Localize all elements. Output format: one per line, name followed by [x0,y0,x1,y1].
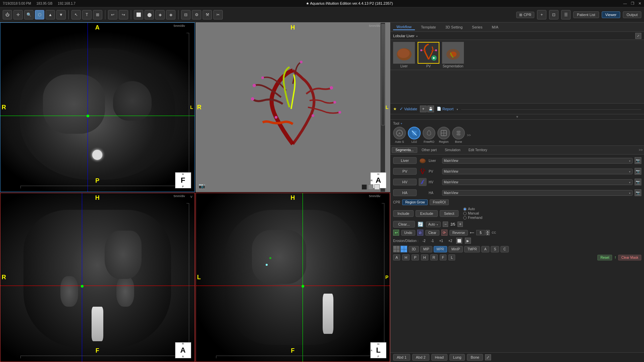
organ-cam-pv[interactable]: 📷 [635,168,641,175]
organ-dropdown-ha[interactable]: MainView [442,190,633,196]
organ-dropdown-liver[interactable]: MainView [442,158,633,164]
validate-btn[interactable]: ✓ Validate [399,106,417,111]
output-btn[interactable]: Output [623,11,641,18]
orient-l-btn[interactable]: L [448,254,455,260]
cpr-control[interactable]: ⊞ CPR [516,12,534,18]
star-icon[interactable]: ★ [393,107,397,111]
organ-cam-ha[interactable]: 📷 [635,189,641,196]
minimize-button[interactable]: — [623,1,627,6]
view-tmpr-btn[interactable]: TMPR [464,246,480,252]
tool-region[interactable]: Region [437,127,450,143]
auto-dropdown[interactable]: Auto [426,222,441,227]
add-btn[interactable]: + [420,106,427,112]
clear-btn[interactable]: Clear... [393,221,415,228]
refresh-btn[interactable]: 🔄 [418,222,423,227]
seg-tab-simulation[interactable]: Simulation [441,147,464,153]
orient-a-btn[interactable]: A [393,254,400,260]
save-btn[interactable]: 💾 [427,106,434,112]
thumb-pv[interactable]: PV [418,42,439,68]
erosion-val-m1[interactable]: -1 [430,239,435,243]
tab-3dsetting[interactable]: 3D Setting [442,24,466,30]
tb-zoom-btn[interactable]: 🔍 [24,10,34,19]
tb-angle-btn[interactable]: ◈ [155,10,165,19]
preset-lung-btn[interactable]: Lung [449,354,465,361]
view-minip-btn[interactable]: MinIP [448,246,463,252]
tool-ld2[interactable]: LD2 [408,127,421,143]
orient-p-btn[interactable]: P [412,254,419,260]
num-minus-btn[interactable]: − [443,222,448,227]
camera-icon-3d[interactable]: 📷 [199,183,205,189]
erosion-val-m2[interactable]: -2 [421,239,427,243]
patient-list-btn[interactable]: Patient List [573,11,599,18]
tb-select-btn[interactable]: ⬡ [35,10,44,19]
organ-cam-hv[interactable]: 📷 [635,179,641,185]
tool-auto-s[interactable]: A Auto S [393,127,406,143]
erosion-icon-btn[interactable]: ⬜ [456,238,462,244]
tb-window-btn[interactable]: ⊟ [181,10,191,19]
undo-arrow-btn[interactable]: ↩ [393,230,399,236]
view-3d-btn[interactable]: 3D [409,246,419,252]
view-a-btn[interactable]: A [481,246,490,252]
viewport-axial[interactable]: A R L P 5mm/div F A P [0,22,195,192]
organ-dropdown-hv[interactable]: MainView [442,179,633,185]
viewer-btn[interactable]: Viewer [602,11,620,18]
tool-bone[interactable]: Bone [452,127,465,143]
exclude-btn[interactable]: Exclude [416,210,437,217]
viewport-coronal[interactable]: H R F 5mm/div A R A V [0,193,195,362]
preset-abd2-btn[interactable]: Abd 2 [412,354,429,361]
reset-arrow-icon[interactable]: ↑ [614,255,616,260]
layout-4-btn[interactable] [393,246,400,252]
region-grow-tab[interactable]: Region Grow [402,199,428,205]
tb-tool3-btn[interactable]: ✂ [213,10,223,19]
layout-active-btn[interactable] [400,246,407,252]
organ-btn-ha[interactable]: HA [393,189,417,196]
tb-layout-btn[interactable]: ⊞ [93,10,102,19]
organ-dropdown-pv[interactable]: MainView [442,169,633,174]
panel-expand-btn[interactable]: ⤢ [635,33,641,39]
view-c-btn[interactable]: C [500,246,509,252]
view-s-btn[interactable]: S [491,246,499,252]
tb-power-btn[interactable]: ⏻ [3,10,12,19]
radio-auto[interactable]: Auto [463,207,482,211]
undo-num-down[interactable]: ▼ [486,233,490,235]
clear-circle-btn[interactable]: ⊘ [417,230,423,236]
tool-add-icon[interactable]: + [400,122,402,125]
tool-more-btn[interactable]: >> [467,133,471,137]
view-mip-btn[interactable]: MIP [420,246,432,252]
close-button[interactable]: ✕ [638,1,641,6]
clear-mask-btn[interactable]: Clear Mask [618,255,641,260]
radio-manual[interactable]: Manual [463,212,482,215]
thumb-seg[interactable]: Segmentation [442,42,464,68]
select-btn[interactable]: Select [440,210,459,217]
seg-tab-segmenta[interactable]: Segmenta... [392,147,417,153]
radio-freehand[interactable]: Freehand [463,216,482,220]
undo-btn[interactable]: Undo [401,230,415,236]
orient-h-btn[interactable]: H [402,254,410,260]
orient-h2-btn[interactable]: H [421,254,428,260]
tb-menu-btn[interactable]: ☰ [561,10,571,19]
tb-text-btn[interactable]: T [82,10,92,19]
preset-abd1-btn[interactable]: Abd 1 [393,354,410,361]
organ-btn-pv[interactable]: PV [393,168,417,175]
preset-expand-btn[interactable]: ⤢ [485,354,491,360]
tab-series[interactable]: Series [469,24,486,30]
organ-btn-liver[interactable]: Liver [393,157,417,164]
tb-redo-btn[interactable]: ↪ [119,10,128,19]
organ-btn-hv[interactable]: HV [393,179,417,185]
tb-copy-btn[interactable]: ⊡ [549,10,558,19]
reset-btn[interactable]: Reset [597,255,612,260]
tab-template[interactable]: Template [418,24,439,30]
tb-down-btn[interactable]: ▼ [56,10,66,19]
tb-arrow-btn[interactable]: ↖ [71,10,81,19]
preset-bone-btn[interactable]: Bone [467,354,483,361]
orient-r-btn[interactable]: R [430,254,438,260]
seg-tabs-expand[interactable]: >> [639,148,643,152]
orient-f-btn[interactable]: F [440,254,447,260]
report-expand-icon[interactable] [456,107,459,111]
thumb-liver[interactable]: Liver [393,42,415,68]
seg-tab-editterritory[interactable]: Edit Territory [465,147,491,153]
restore-button[interactable]: ❐ [631,1,634,6]
freeroi-tab[interactable]: FreeROI [430,199,448,205]
report-btn[interactable]: 📄 Report [437,107,453,111]
tb-rect-btn[interactable]: ⬜ [134,10,143,19]
